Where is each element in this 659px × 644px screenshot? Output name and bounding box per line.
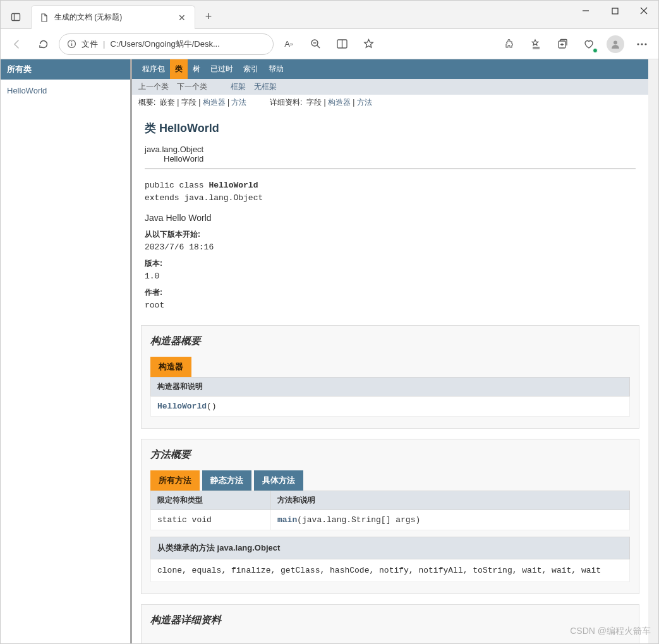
overview-nested: 嵌套	[160, 98, 175, 107]
favorite-button[interactable]	[357, 33, 380, 56]
method-tab-concrete[interactable]: 具体方法	[254, 470, 303, 491]
svg-point-20	[637, 43, 639, 45]
svg-line-10	[317, 45, 320, 48]
since-value: 2023/7/6 18:16	[145, 242, 636, 252]
inherited-heading: 从类继承的方法 java.lang.Object	[150, 537, 630, 559]
detail-field: 字段	[306, 98, 322, 107]
since-label: 从以下版本开始:	[145, 229, 636, 240]
favorites-list-button[interactable]	[524, 33, 547, 56]
panel-icon	[11, 12, 21, 22]
class-declaration: public class HelloWorld extends java.lan…	[145, 179, 636, 204]
collections-icon	[557, 39, 568, 49]
nav-class[interactable]: 类	[170, 59, 188, 79]
browser-window: 生成的文档 (无标题) ✕ + 文件 |	[0, 0, 659, 644]
puzzle-icon	[504, 39, 515, 49]
all-classes-header: 所有类	[1, 59, 130, 80]
constructor-detail: 构造器详细资料	[141, 604, 639, 643]
svg-rect-0	[12, 14, 20, 21]
page-content: 所有类 HelloWorld 程序包 类 树 已过时 索引 帮助 上一个类	[1, 59, 658, 643]
nav-tree[interactable]: 树	[188, 59, 205, 79]
constr-th: 构造器和说明	[151, 378, 630, 397]
zoom-out-icon	[310, 39, 321, 49]
new-tab-button[interactable]: +	[199, 7, 218, 26]
constr-row: HelloWorld()	[151, 397, 630, 417]
version-value: 1.0	[145, 271, 636, 281]
nav-package[interactable]: 程序包	[137, 59, 170, 79]
url-path: C:/Users/Ongoing蜗牛/Desk...	[110, 39, 219, 50]
read-aloud-button[interactable]: A»	[277, 33, 300, 56]
constr-heading: 构造器概要	[150, 335, 630, 348]
maximize-button[interactable]	[600, 1, 629, 21]
nav-deprecated[interactable]: 已过时	[205, 59, 238, 79]
star-icon	[363, 39, 374, 49]
method-heading: 方法概要	[150, 448, 630, 462]
nav-index[interactable]: 索引	[238, 59, 263, 79]
avatar-icon	[607, 35, 624, 53]
tab-actions-button[interactable]	[4, 6, 27, 28]
browser-toolbar: 文件 | C:/Users/Ongoing蜗牛/Desk... A»	[1, 29, 658, 59]
collections-button[interactable]	[551, 33, 574, 56]
summary-line: 概要: 嵌套 | 字段 | 构造器 | 方法 详细资料: 字段 | 构造器 | …	[132, 95, 648, 110]
refresh-button[interactable]	[32, 33, 55, 56]
zoom-out-button[interactable]	[304, 33, 327, 56]
next-class: 下一个类	[177, 82, 207, 91]
overview-method-link[interactable]: 方法	[231, 98, 246, 107]
class-description: Java Hello World	[145, 213, 636, 223]
author-label: 作者:	[145, 287, 636, 298]
detail-constr-link[interactable]: 构造器	[328, 98, 351, 107]
method-mod: static void	[151, 510, 271, 530]
detail-label: 详细资料:	[270, 98, 302, 107]
profile-button[interactable]	[604, 33, 627, 56]
all-classes-frame: 所有类 HelloWorld	[1, 59, 132, 643]
scrollbar[interactable]	[648, 59, 658, 643]
url-scheme: 文件	[82, 39, 98, 50]
extensions-button[interactable]	[498, 33, 521, 56]
titlebar: 生成的文档 (无标题) ✕ +	[1, 1, 658, 29]
nav-help[interactable]: 帮助	[263, 59, 289, 79]
browser-tab[interactable]: 生成的文档 (无标题) ✕	[31, 5, 195, 29]
overview-label: 概要:	[138, 98, 155, 107]
split-screen-button[interactable]	[330, 33, 353, 56]
window-controls	[571, 1, 658, 28]
close-window-button[interactable]	[629, 1, 658, 21]
top-nav: 程序包 类 树 已过时 索引 帮助	[132, 59, 648, 79]
tab-close-button[interactable]: ✕	[177, 13, 187, 23]
class-title: 类 HelloWorld	[145, 121, 636, 136]
address-bar[interactable]: 文件 | C:/Users/Ongoing蜗牛/Desk...	[59, 33, 274, 55]
constr-link[interactable]: HelloWorld	[157, 402, 207, 411]
ellipsis-icon	[636, 43, 648, 45]
favorites-icon	[530, 39, 541, 50]
detail-method-link[interactable]: 方法	[357, 98, 372, 107]
tab-title: 生成的文档 (无标题)	[54, 12, 172, 23]
method-link[interactable]: main	[277, 515, 297, 525]
overview-constr-link[interactable]: 构造器	[203, 98, 226, 107]
site-info-icon[interactable]	[67, 39, 76, 49]
noframes-link[interactable]: 无框架	[254, 82, 277, 91]
class-link-helloworld[interactable]: HelloWorld	[7, 86, 47, 95]
method-tab-static[interactable]: 静态方法	[202, 470, 251, 491]
frames-link[interactable]: 框架	[231, 82, 246, 91]
svg-point-19	[614, 40, 617, 44]
method-th2: 方法和说明	[271, 491, 630, 510]
author-value: root	[145, 301, 636, 310]
svg-point-8	[71, 41, 73, 42]
arrow-left-icon	[11, 39, 23, 50]
class-header-block: 类 HelloWorld java.lang.Object HelloWorld…	[132, 110, 648, 315]
parent-class: java.lang.Object	[145, 145, 636, 154]
method-th1: 限定符和类型	[151, 491, 271, 510]
back-button[interactable]	[6, 33, 28, 56]
constr-tab[interactable]: 构造器	[150, 357, 191, 377]
refresh-icon	[38, 39, 49, 50]
performance-button[interactable]	[577, 33, 600, 56]
method-tab-all[interactable]: 所有方法	[150, 470, 200, 491]
minimize-button[interactable]	[571, 1, 600, 21]
inherited-methods: clone, equals, finalize, getClass, hashC…	[150, 559, 630, 582]
svg-point-21	[641, 43, 643, 45]
class-frame[interactable]: 程序包 类 树 已过时 索引 帮助 上一个类 下一个类 框架 无框架 概要:	[132, 59, 648, 643]
inheritance-tree: java.lang.Object HelloWorld	[145, 145, 636, 164]
more-button[interactable]	[631, 33, 653, 56]
this-class: HelloWorld	[164, 154, 636, 164]
overview-field: 字段	[181, 98, 196, 107]
heart-pulse-icon	[583, 39, 595, 50]
sub-nav: 上一个类 下一个类 框架 无框架	[132, 79, 648, 95]
